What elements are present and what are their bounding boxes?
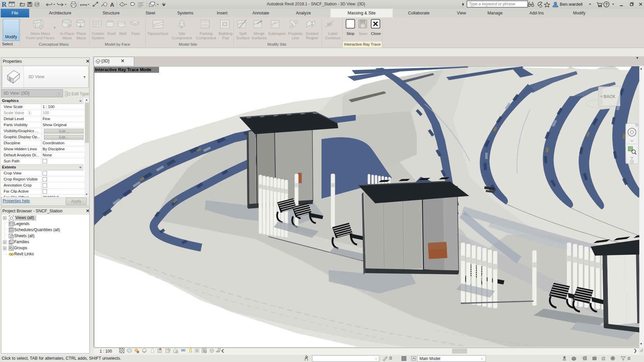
svg-text:Ben.wardell: Ben.wardell	[560, 2, 583, 7]
svg-text:R: R	[2, 1, 7, 8]
svg-text:1: 1	[104, 3, 106, 6]
svg-text:?: ?	[605, 2, 608, 7]
svg-text:BACK: BACK	[604, 94, 615, 99]
svg-text:A: A	[110, 2, 114, 8]
svg-text:50: 50	[327, 21, 333, 28]
svg-text::0: :0	[627, 356, 630, 361]
svg-text:M: M	[600, 95, 603, 98]
